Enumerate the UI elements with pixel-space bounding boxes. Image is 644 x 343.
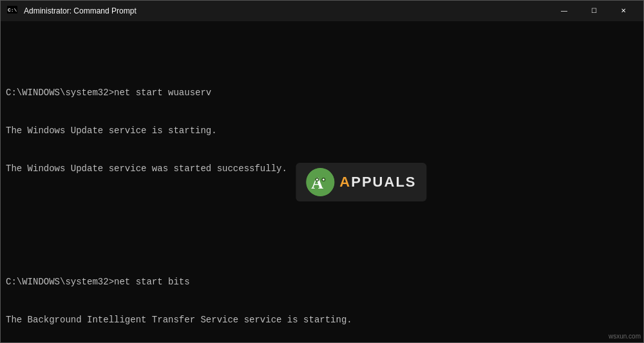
terminal-line-blank1 bbox=[6, 200, 638, 213]
appuals-logo: A bbox=[306, 168, 334, 196]
window-icon: C:\ bbox=[6, 5, 19, 17]
svg-text:A: A bbox=[311, 174, 323, 192]
terminal-line-blank2 bbox=[6, 238, 638, 251]
terminal-line-cmd2: C:\WINDOWS\system32>net start bits bbox=[6, 276, 638, 289]
maximize-button[interactable]: ☐ bbox=[579, 1, 609, 21]
bottom-watermark: wsxun.com bbox=[609, 333, 641, 340]
terminal-line-cmd1: C:\WINDOWS\system32>net start wuauserv bbox=[6, 87, 638, 100]
brand-a: A bbox=[339, 174, 351, 190]
close-icon: ✕ bbox=[621, 8, 626, 14]
terminal-line-out3: The Background Intelligent Transfer Serv… bbox=[6, 314, 638, 327]
terminal-body[interactable]: C:\WINDOWS\system32>net start wuauserv T… bbox=[1, 21, 643, 342]
terminal-line-blank0 bbox=[6, 49, 638, 62]
minimize-icon: — bbox=[561, 8, 567, 14]
terminal-line-out1: The Windows Update service is starting. bbox=[6, 125, 638, 138]
appuals-brand-text: APPUALS bbox=[339, 174, 416, 190]
appuals-watermark: A APPUALS bbox=[296, 163, 426, 201]
close-button[interactable]: ✕ bbox=[609, 1, 638, 21]
svg-text:C:\: C:\ bbox=[8, 7, 17, 13]
maximize-icon: ☐ bbox=[591, 8, 597, 14]
window-title: Administrator: Command Prompt bbox=[24, 6, 549, 15]
cmd-window: C:\ Administrator: Command Prompt — ☐ ✕ … bbox=[0, 0, 644, 343]
window-controls: — ☐ ✕ bbox=[549, 1, 638, 21]
svg-point-7 bbox=[316, 178, 318, 180]
brand-rest: PPUALS bbox=[351, 174, 416, 190]
title-bar: C:\ Administrator: Command Prompt — ☐ ✕ bbox=[1, 1, 643, 21]
svg-point-8 bbox=[323, 178, 325, 180]
minimize-button[interactable]: — bbox=[549, 1, 579, 21]
